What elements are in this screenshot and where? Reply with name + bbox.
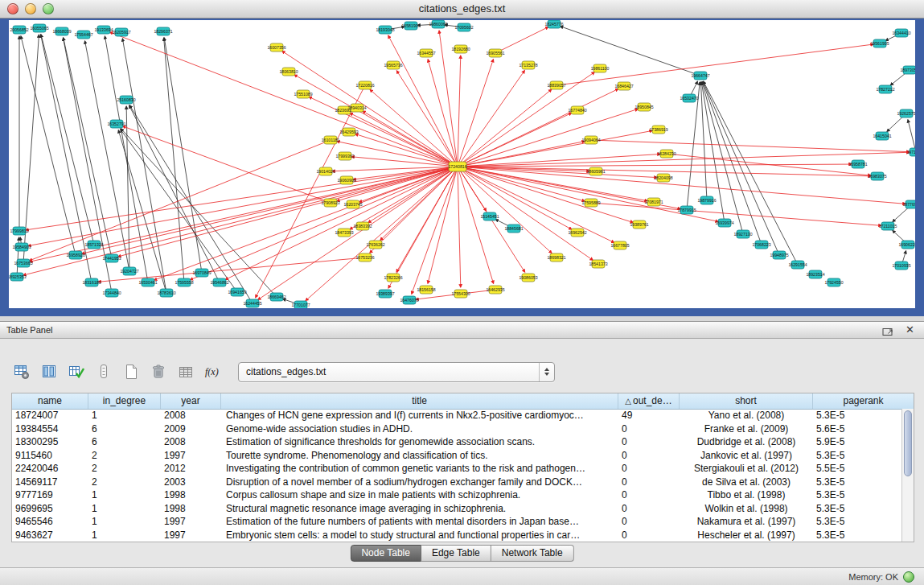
- import-table-icon[interactable]: [175, 361, 196, 382]
- graph-edge[interactable]: [164, 38, 202, 273]
- form-view-icon[interactable]: [93, 361, 114, 382]
- table-cell[interactable]: 14569117: [12, 476, 88, 489]
- graph-node[interactable]: 18950845: [634, 103, 653, 111]
- graph-node[interactable]: 18839057: [547, 81, 565, 89]
- graph-node[interactable]: 18925353: [9, 273, 27, 281]
- table-row[interactable]: 911546021997Tourette syndrome. Phenomeno…: [12, 449, 901, 463]
- table-cell[interactable]: 9115460: [12, 449, 88, 463]
- graph-node[interactable]: 17135278: [519, 61, 537, 69]
- graph-edge[interactable]: [82, 167, 458, 253]
- table-cell[interactable]: 1: [88, 409, 161, 422]
- window-titlebar[interactable]: citations_edges.txt: [0, 0, 924, 19]
- table-row[interactable]: 946554611997Estimation of the future num…: [12, 515, 901, 529]
- graph-node[interactable]: 18245776: [544, 20, 563, 28]
- table-cell[interactable]: 2003: [161, 476, 221, 489]
- graph-node[interactable]: 17908923: [321, 199, 339, 207]
- graph-edge[interactable]: [337, 142, 458, 167]
- graph-edge[interactable]: [363, 111, 458, 167]
- graph-node[interactable]: 16532470: [680, 94, 698, 102]
- graph-node[interactable]: 16284230: [657, 150, 676, 158]
- table-cell[interactable]: 49: [618, 409, 680, 422]
- table-cell[interactable]: 5.3E-5: [813, 409, 901, 422]
- column-header-pagerank[interactable]: pagerank: [813, 393, 914, 409]
- graph-node[interactable]: 16476078: [400, 296, 418, 304]
- graph-node[interactable]: 17999812: [10, 227, 28, 235]
- table-cell[interactable]: 0: [618, 529, 680, 542]
- graph-node[interactable]: 17240816: [448, 162, 466, 171]
- table-cell[interactable]: Embryonic stem cells: a model to study s…: [221, 529, 618, 542]
- graph-node[interactable]: 19204727: [120, 267, 138, 275]
- table-selector-dropdown[interactable]: citations_edges.txt: [238, 362, 555, 382]
- graph-node[interactable]: 19086053: [519, 274, 537, 282]
- table-cell[interactable]: 5.3E-5: [813, 529, 901, 542]
- table-cell[interactable]: 5.9E-5: [813, 435, 901, 449]
- delete-table-icon[interactable]: [148, 361, 169, 382]
- graph-node[interactable]: 19389761: [630, 220, 648, 229]
- table-cell[interactable]: 0: [618, 462, 680, 476]
- graph-node[interactable]: 19561905: [870, 39, 889, 47]
- graph-node[interactable]: 18605961: [586, 167, 605, 175]
- graph-node[interactable]: 16291554: [788, 261, 807, 269]
- graph-node[interactable]: 19546862: [210, 278, 228, 286]
- graph-node[interactable]: 18845681: [504, 225, 523, 233]
- graph-node[interactable]: 18541373: [589, 260, 607, 268]
- graph-node[interactable]: 17068223: [752, 241, 770, 249]
- graph-edge[interactable]: [458, 167, 572, 229]
- table-cell[interactable]: Genome-wide association studies in ADHD.: [221, 422, 618, 436]
- table-cell[interactable]: 18300295: [12, 435, 88, 449]
- table-cell[interactable]: 5.5E-5: [813, 462, 901, 476]
- graph-node[interactable]: 17095602: [454, 23, 473, 31]
- graph-node[interactable]: 17595558: [175, 278, 193, 286]
- table-cell[interactable]: Dudbridge et al. (2008): [680, 435, 813, 449]
- graph-node[interactable]: 18204098: [654, 174, 672, 182]
- table-cell[interactable]: 0: [618, 515, 680, 529]
- close-window-button[interactable]: [7, 3, 18, 14]
- graph-node[interactable]: 18383392: [353, 222, 372, 230]
- table-cell[interactable]: 5.3E-5: [813, 488, 901, 502]
- graph-node[interactable]: 17999363: [335, 152, 354, 160]
- column-header-short[interactable]: short: [680, 393, 813, 409]
- table-cell[interactable]: 6: [88, 435, 161, 449]
- scrollbar-thumb[interactable]: [904, 410, 912, 476]
- column-header-out_de[interactable]: △out_de…: [618, 393, 680, 409]
- graph-edge[interactable]: [458, 60, 493, 167]
- graph-node[interactable]: 16055065: [30, 24, 48, 32]
- table-cell[interactable]: Changes of HCN gene expression and I(f) …: [221, 409, 618, 422]
- graph-node[interactable]: 17879915: [677, 206, 696, 214]
- graph-node[interactable]: 15145451: [480, 212, 499, 220]
- graph-edge[interactable]: [458, 72, 594, 167]
- graph-node[interactable]: 18927130: [733, 230, 752, 238]
- function-builder-icon[interactable]: f(x): [203, 361, 224, 382]
- graph-edge[interactable]: [28, 167, 458, 246]
- graph-node[interactable]: 17081971: [644, 198, 663, 206]
- table-row[interactable]: 1456911722003Disruption of a novel membe…: [12, 476, 901, 489]
- graph-node[interactable]: 18063810: [279, 68, 298, 76]
- table-cell[interactable]: 2008: [161, 409, 221, 422]
- graph-edge[interactable]: [64, 38, 112, 258]
- table-cell[interactable]: 9699695: [12, 502, 88, 516]
- table-cell[interactable]: 22420046: [12, 462, 88, 476]
- table-cell[interactable]: 1: [88, 515, 161, 529]
- graph-node[interactable]: 17554467: [74, 31, 92, 39]
- graph-edge[interactable]: [41, 35, 92, 282]
- graph-node[interactable]: 18192680: [451, 45, 470, 53]
- close-panel-icon[interactable]: ✕: [906, 325, 914, 335]
- table-vertical-scrollbar[interactable]: [901, 409, 914, 542]
- graph-edge[interactable]: [458, 71, 524, 167]
- graph-node[interactable]: 19389397: [376, 290, 394, 298]
- table-cell[interactable]: 2009: [161, 422, 221, 436]
- graph-edge[interactable]: [700, 82, 707, 200]
- graph-node[interactable]: 17551089: [294, 90, 312, 98]
- table-cell[interactable]: Estimation of the future numbers of pati…: [221, 515, 618, 529]
- graph-node[interactable]: 16846427: [614, 82, 633, 90]
- graph-node[interactable]: 17344840: [102, 289, 121, 297]
- graph-node[interactable]: 19565736: [384, 61, 402, 69]
- graph-edge[interactable]: [908, 120, 915, 152]
- table-row[interactable]: 946362711997Embryonic stem cells: a mode…: [12, 529, 901, 542]
- table-cell[interactable]: 1998: [161, 502, 221, 516]
- graph-edge[interactable]: [164, 38, 184, 282]
- table-cell[interactable]: 1: [88, 529, 161, 542]
- table-cell[interactable]: 6: [88, 422, 161, 436]
- graph-node[interactable]: 18698321: [547, 253, 565, 262]
- graph-node[interactable]: 16344557: [417, 49, 435, 57]
